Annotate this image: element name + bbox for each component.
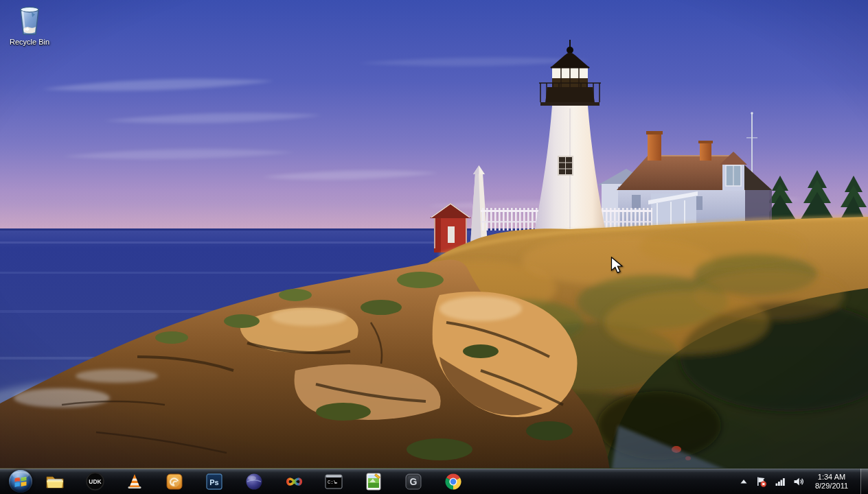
- chrome-icon: [444, 473, 462, 491]
- system-tray: 1:34 AM 8/29/2011: [739, 469, 852, 494]
- desktop-icon-recycle-bin[interactable]: Recycle Bin: [3, 4, 56, 46]
- mouse-cursor: [610, 257, 624, 274]
- volume-button[interactable]: [792, 478, 806, 486]
- udk-icon: UDK: [86, 472, 104, 491]
- taskbar-app-windows-explorer[interactable]: [41, 470, 69, 493]
- speaker-icon: [794, 478, 805, 486]
- show-desktop-button[interactable]: [860, 469, 868, 494]
- taskbar: UDK: [0, 469, 868, 494]
- desktop: Recycle Bin: [0, 0, 868, 494]
- taskbar-app-chrome[interactable]: [439, 470, 467, 493]
- taskbar-app-orange-swirl[interactable]: [161, 470, 188, 493]
- eclipse-sphere-icon: [245, 473, 263, 491]
- taskbar-app-udk[interactable]: UDK: [81, 470, 108, 493]
- windows-flag-icon: [14, 475, 27, 488]
- command-prompt-icon: C:\: [325, 473, 343, 491]
- g-app-icon: G: [404, 473, 422, 491]
- folder-icon: [46, 474, 64, 489]
- orange-swirl-icon: [165, 473, 183, 491]
- clock-date: 8/29/2011: [812, 482, 852, 491]
- taskbar-pinned-apps: UDK: [41, 469, 467, 494]
- recycle-bin-icon: [15, 4, 44, 37]
- taskbar-app-eclipse[interactable]: [240, 470, 268, 493]
- taskbar-app-g[interactable]: G: [400, 470, 427, 493]
- network-button[interactable]: [774, 478, 787, 486]
- network-signal-icon: [775, 478, 786, 486]
- action-center-flag-icon: [755, 476, 767, 487]
- taskbar-app-vlc[interactable]: [121, 470, 148, 493]
- taskbar-app-command-prompt[interactable]: C:\: [320, 470, 347, 493]
- action-center-button[interactable]: [754, 476, 768, 487]
- wallpaper-lighthouse-scene: [0, 0, 868, 470]
- show-hidden-icons-button[interactable]: [739, 479, 749, 484]
- desktop-icon-label: Recycle Bin: [3, 38, 56, 46]
- svg-text:G: G: [410, 476, 418, 487]
- tray-clock[interactable]: 1:34 AM 8/29/2011: [812, 473, 852, 491]
- clock-time: 1:34 AM: [812, 473, 852, 482]
- visual-studio-infinity-icon: [285, 473, 304, 491]
- taskbar-app-image-viewer[interactable]: [360, 470, 387, 493]
- taskbar-app-photoshop[interactable]: Ps: [201, 470, 228, 493]
- svg-text:UDK: UDK: [89, 478, 102, 485]
- svg-text:Ps: Ps: [209, 478, 218, 486]
- taskbar-app-visual-studio[interactable]: [280, 470, 308, 493]
- image-viewer-icon: [365, 473, 382, 491]
- vlc-cone-icon: [126, 473, 144, 490]
- chevron-up-icon: [740, 479, 747, 484]
- photoshop-icon: Ps: [205, 473, 223, 491]
- svg-text:C:\: C:\: [328, 479, 336, 484]
- start-button[interactable]: [9, 470, 32, 493]
